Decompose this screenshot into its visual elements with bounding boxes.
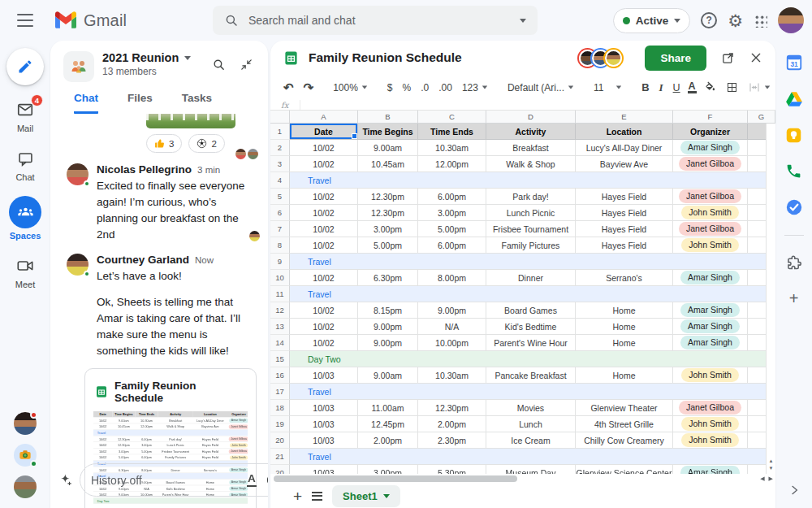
scroll-left-icon[interactable]: ◀ — [760, 475, 764, 482]
row-number[interactable]: 7 — [270, 221, 290, 237]
cell[interactable]: Glenview Science Center — [576, 465, 673, 474]
band-row[interactable]: Travel — [290, 384, 775, 400]
cell[interactable]: 10.00pm — [418, 335, 486, 351]
row-number[interactable]: 5 — [270, 189, 290, 205]
smart-compose-sparkle-icon[interactable] — [58, 472, 74, 488]
cell[interactable]: Home — [576, 367, 673, 384]
help-icon[interactable]: ? — [701, 12, 717, 28]
cell[interactable]: 12.45pm — [358, 416, 418, 432]
font-select[interactable]: Default (Ari... — [505, 82, 577, 93]
sender-avatar[interactable] — [67, 254, 89, 276]
column-header-b[interactable]: B — [358, 111, 418, 124]
row-number[interactable]: 17 — [270, 384, 290, 400]
compose-button[interactable] — [6, 48, 44, 85]
cell[interactable]: Activity — [486, 124, 576, 140]
zoom-select[interactable]: 100% — [330, 82, 370, 93]
cell[interactable]: 6.00pm — [418, 189, 486, 205]
cell[interactable]: 10/02 — [290, 221, 358, 237]
account-avatar[interactable] — [778, 7, 804, 33]
message-input-pill[interactable]: A ⋯ — [80, 463, 268, 497]
cell[interactable]: 3.00pm — [358, 465, 418, 474]
search-options-icon[interactable] — [520, 19, 526, 23]
organizer-cell[interactable]: John Smith — [673, 416, 748, 432]
chevron-right-icon[interactable] — [788, 484, 801, 497]
organizer-cell[interactable]: Janet Gilboa — [673, 221, 748, 237]
cell[interactable]: 2.30pm — [418, 432, 486, 449]
row-number[interactable]: 20 — [270, 432, 290, 449]
cell[interactable]: 10/02 — [290, 335, 358, 351]
row-number[interactable]: 6 — [270, 205, 290, 221]
add-sheet-icon[interactable]: + — [293, 488, 302, 504]
close-icon[interactable] — [749, 51, 762, 64]
cell[interactable]: 10/02 — [290, 237, 358, 254]
open-in-new-icon[interactable] — [721, 51, 735, 65]
cell[interactable]: 10/02 — [290, 189, 358, 205]
organizer-cell[interactable]: Amar Singh — [673, 302, 748, 319]
formula-bar[interactable]: fx — [270, 100, 775, 111]
cell[interactable]: Serrano's — [576, 270, 673, 286]
scroll-right-icon[interactable]: ▶ — [769, 475, 773, 482]
cell[interactable]: 10/03 — [290, 432, 358, 449]
cell[interactable]: Location — [576, 124, 673, 140]
cell[interactable]: Home — [576, 319, 673, 335]
cell[interactable]: 3.00pm — [418, 205, 486, 221]
select-all-corner[interactable] — [270, 111, 290, 124]
reaction-pill[interactable]: 2 — [188, 134, 224, 153]
band-row[interactable]: Travel — [290, 254, 775, 270]
cell[interactable]: Breakfast — [486, 140, 576, 156]
cell[interactable]: 2.00pm — [358, 432, 418, 449]
cell[interactable]: Frisbee Tournament — [486, 221, 576, 237]
column-header-d[interactable]: D — [486, 111, 576, 124]
text-color-button[interactable]: A — [688, 81, 697, 94]
tab-chat[interactable]: Chat — [74, 92, 98, 114]
organizer-cell[interactable]: Janet Gilboa — [673, 189, 748, 205]
cell[interactable]: 12.30pm — [358, 189, 418, 205]
cell[interactable]: Walk & Shop — [486, 156, 576, 172]
recent-chat-avatar[interactable] — [14, 444, 37, 467]
row-number[interactable]: 11 — [270, 286, 290, 302]
organizer-cell[interactable]: Amar Singh — [673, 465, 748, 474]
cell[interactable]: 10/03 — [290, 465, 358, 474]
cell[interactable]: Time Begins — [358, 124, 418, 140]
borders-icon[interactable] — [723, 81, 741, 93]
cell[interactable]: Parent's Wine Hour — [486, 335, 576, 351]
status-selector[interactable]: Active — [613, 8, 691, 33]
chat-search-icon[interactable] — [212, 58, 226, 72]
cell[interactable]: Home — [576, 302, 673, 319]
emoji-icon[interactable] — [266, 473, 268, 487]
row-number[interactable]: 1 — [270, 124, 290, 140]
cell[interactable]: 10.30am — [418, 140, 486, 156]
bold-button[interactable]: B — [639, 81, 651, 93]
number-format-button[interactable]: 123 — [460, 82, 490, 93]
cell[interactable]: Hayes Field — [576, 189, 673, 205]
cell[interactable]: 5.00pm — [358, 237, 418, 254]
row-number[interactable]: 4 — [270, 172, 290, 189]
cell[interactable]: Movies — [486, 400, 576, 416]
scroll-up-icon[interactable]: ▲ — [769, 458, 774, 463]
merge-cells-icon[interactable] — [745, 81, 773, 93]
google-apps-grid-icon[interactable] — [754, 14, 767, 28]
cell[interactable]: 10.30am — [418, 367, 486, 384]
band-row[interactable]: Travel — [290, 286, 775, 302]
drive-icon[interactable] — [785, 90, 803, 108]
cell[interactable]: 10/02 — [290, 302, 358, 319]
row-number[interactable]: 13 — [270, 319, 290, 335]
row-number[interactable]: 2 — [270, 140, 290, 156]
organizer-cell[interactable]: John Smith — [673, 205, 748, 221]
scrollbar-thumb[interactable] — [274, 475, 517, 482]
cell[interactable]: 10/03 — [290, 416, 358, 432]
column-header-a[interactable]: A — [290, 111, 358, 124]
cell[interactable]: 2.00pm — [418, 416, 486, 432]
row-number[interactable]: 19 — [270, 416, 290, 432]
font-size-select[interactable]: 11 — [591, 82, 624, 93]
text-format-icon[interactable]: A — [247, 473, 257, 487]
cell[interactable]: 6.00pm — [418, 237, 486, 254]
cell[interactable]: 10/02 — [290, 156, 358, 172]
cell[interactable]: 12.00pm — [418, 156, 486, 172]
cell[interactable]: 8.00pm — [418, 270, 486, 286]
cell[interactable]: 10/02 — [290, 205, 358, 221]
organizer-cell[interactable]: Amar Singh — [673, 270, 748, 286]
decrease-decimal-button[interactable]: .0 — [418, 82, 431, 93]
search-bar[interactable]: Search mail and chat — [213, 6, 538, 35]
tab-tasks[interactable]: Tasks — [182, 92, 212, 114]
